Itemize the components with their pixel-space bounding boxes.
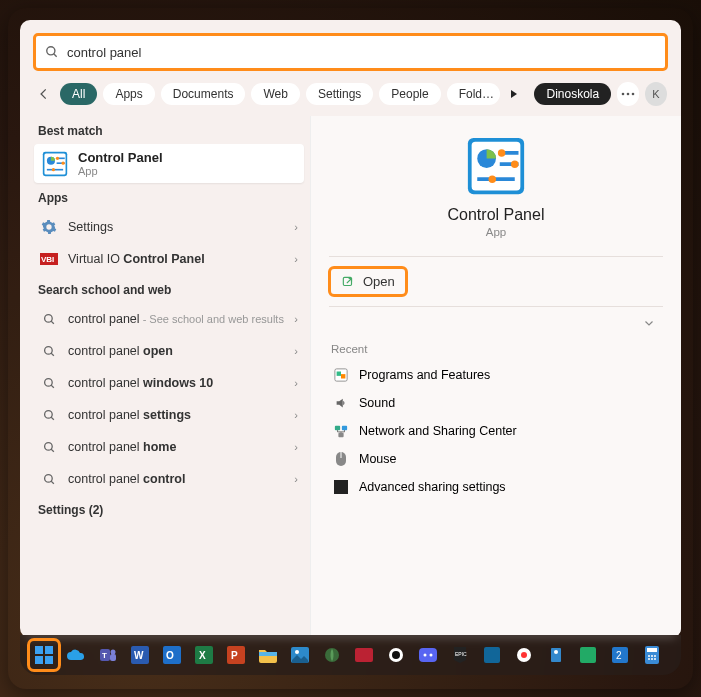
taskbar-photos-icon[interactable] bbox=[286, 641, 314, 669]
search-input[interactable] bbox=[67, 45, 656, 60]
profile-pill[interactable]: Dinoskola bbox=[534, 83, 611, 105]
svg-point-2 bbox=[622, 93, 625, 96]
filter-web[interactable]: Web bbox=[251, 83, 299, 105]
taskbar-app-icon[interactable] bbox=[478, 641, 506, 669]
taskbar-onedrive-icon[interactable] bbox=[62, 641, 90, 669]
taskbar-teams-icon[interactable]: T bbox=[94, 641, 122, 669]
svg-point-16 bbox=[44, 314, 52, 322]
web-item[interactable]: control panel windows 10 › bbox=[34, 367, 304, 399]
recent-item-sound[interactable]: Sound bbox=[329, 389, 663, 417]
filter-documents[interactable]: Documents bbox=[161, 83, 246, 105]
filter-folders[interactable]: Fold… bbox=[447, 83, 500, 105]
svg-text:O: O bbox=[166, 650, 174, 661]
svg-rect-67 bbox=[355, 648, 373, 662]
svg-rect-43 bbox=[338, 433, 343, 437]
search-icon bbox=[40, 470, 58, 488]
web-header: Search school and web bbox=[34, 275, 304, 303]
taskbar-app-icon[interactable] bbox=[574, 641, 602, 669]
recent-item-network[interactable]: Network and Sharing Center bbox=[329, 417, 663, 445]
svg-point-0 bbox=[47, 47, 55, 55]
web-label: control panel home bbox=[68, 440, 284, 454]
svg-rect-74 bbox=[484, 647, 500, 663]
taskbar-excel-icon[interactable]: X bbox=[190, 641, 218, 669]
sound-icon bbox=[333, 395, 349, 411]
web-label: control panel open bbox=[68, 344, 284, 358]
svg-rect-46 bbox=[334, 480, 348, 494]
svg-point-4 bbox=[632, 93, 635, 96]
svg-point-3 bbox=[627, 93, 630, 96]
taskbar-epic-icon[interactable]: EPIC bbox=[446, 641, 474, 669]
taskbar-powerpoint-icon[interactable]: P bbox=[222, 641, 250, 669]
taskbar-app-icon[interactable] bbox=[542, 641, 570, 669]
app-item-settings[interactable]: Settings › bbox=[34, 211, 304, 243]
best-match-subtitle: App bbox=[78, 165, 163, 177]
svg-point-86 bbox=[654, 655, 656, 657]
web-item[interactable]: control panel home › bbox=[34, 431, 304, 463]
app-item-virtual-io[interactable]: VBI Virtual IO Control Panel › bbox=[34, 243, 304, 275]
chevron-right-icon: › bbox=[294, 377, 298, 389]
filter-more-icon[interactable] bbox=[506, 89, 522, 99]
web-item[interactable]: control panel - See school and web resul… bbox=[34, 303, 304, 335]
settings-header: Settings (2) bbox=[34, 495, 304, 523]
avatar[interactable]: K bbox=[645, 82, 667, 106]
back-arrow-icon[interactable] bbox=[34, 83, 54, 105]
svg-point-88 bbox=[651, 658, 653, 660]
svg-rect-48 bbox=[45, 646, 53, 654]
web-item[interactable]: control panel open › bbox=[34, 335, 304, 367]
chevron-right-icon: › bbox=[294, 409, 298, 421]
taskbar-outlook-icon[interactable]: O bbox=[158, 641, 186, 669]
svg-point-87 bbox=[648, 658, 650, 660]
filter-apps[interactable]: Apps bbox=[103, 83, 154, 105]
recent-item-advanced-sharing[interactable]: Advanced sharing settings bbox=[329, 473, 663, 501]
taskbar-app-icon[interactable] bbox=[350, 641, 378, 669]
web-item[interactable]: control panel control › bbox=[34, 463, 304, 495]
taskbar-app-icon[interactable]: 2 bbox=[606, 641, 634, 669]
recent-item-programs[interactable]: Programs and Features bbox=[329, 361, 663, 389]
taskbar-app-icon[interactable] bbox=[382, 641, 410, 669]
start-button[interactable] bbox=[30, 641, 58, 669]
svg-text:W: W bbox=[134, 650, 144, 661]
chevron-right-icon: › bbox=[294, 313, 298, 325]
recent-header: Recent bbox=[329, 333, 663, 361]
taskbar-app-icon[interactable] bbox=[318, 641, 346, 669]
recent-item-mouse[interactable]: Mouse bbox=[329, 445, 663, 473]
svg-text:X: X bbox=[199, 650, 206, 661]
svg-rect-79 bbox=[580, 647, 596, 663]
taskbar-discord-icon[interactable] bbox=[414, 641, 442, 669]
chevron-right-icon: › bbox=[294, 345, 298, 357]
chevron-down-icon[interactable] bbox=[635, 313, 663, 333]
svg-text:T: T bbox=[102, 651, 107, 660]
taskbar-explorer-icon[interactable] bbox=[254, 641, 282, 669]
svg-line-23 bbox=[51, 417, 54, 420]
web-label: control panel - See school and web resul… bbox=[68, 312, 284, 326]
svg-point-89 bbox=[654, 658, 656, 660]
svg-line-19 bbox=[51, 353, 54, 356]
results-panel: Best match Control Panel App Apps Sett bbox=[20, 116, 310, 638]
app-label: Settings bbox=[68, 220, 284, 234]
sharing-icon bbox=[333, 479, 349, 495]
preview-title: Control Panel bbox=[448, 206, 545, 224]
more-options-icon[interactable] bbox=[617, 82, 639, 106]
filter-all[interactable]: All bbox=[60, 83, 97, 105]
taskbar-calculator-icon[interactable] bbox=[638, 641, 666, 669]
svg-point-34 bbox=[511, 160, 519, 168]
open-button[interactable]: Open bbox=[331, 269, 405, 294]
recent-label: Programs and Features bbox=[359, 368, 490, 382]
programs-icon bbox=[333, 367, 349, 383]
preview-subtitle: App bbox=[486, 226, 506, 238]
search-bar[interactable] bbox=[34, 34, 667, 70]
taskbar: T W O X P EPIC 2 bbox=[20, 635, 681, 675]
svg-line-1 bbox=[54, 54, 57, 57]
web-item[interactable]: control panel settings › bbox=[34, 399, 304, 431]
svg-rect-83 bbox=[647, 648, 657, 652]
filter-settings[interactable]: Settings bbox=[306, 83, 373, 105]
svg-point-26 bbox=[44, 474, 52, 482]
virtual-io-icon: VBI bbox=[40, 250, 58, 268]
taskbar-word-icon[interactable]: W bbox=[126, 641, 154, 669]
filter-people[interactable]: People bbox=[379, 83, 440, 105]
recent-label: Advanced sharing settings bbox=[359, 480, 506, 494]
best-match-item[interactable]: Control Panel App bbox=[34, 144, 304, 183]
chevron-right-icon: › bbox=[294, 253, 298, 265]
taskbar-app-icon[interactable] bbox=[510, 641, 538, 669]
svg-point-32 bbox=[498, 149, 506, 157]
